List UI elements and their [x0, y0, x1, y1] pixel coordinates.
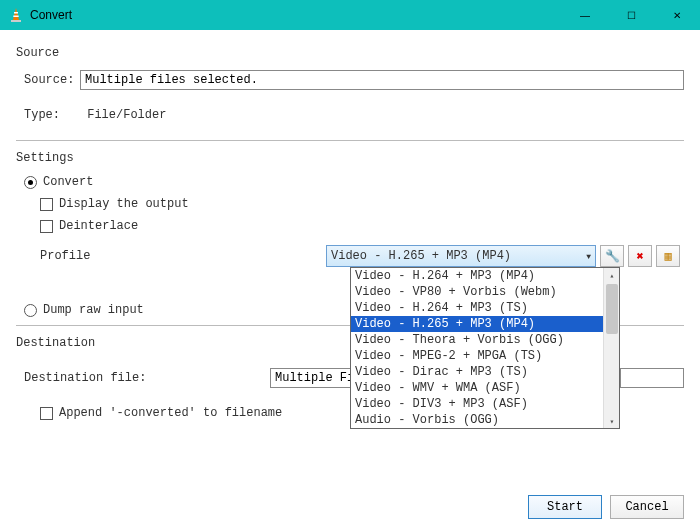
profile-dropdown-list[interactable]: Video - H.264 + MP3 (MP4) Video - VP80 +…	[350, 267, 620, 429]
profile-option[interactable]: Video - DIV3 + MP3 (ASF)	[351, 396, 619, 412]
dump-raw-label: Dump raw input	[43, 303, 144, 317]
profile-option[interactable]: Video - H.264 + MP3 (MP4)	[351, 268, 619, 284]
source-section-label: Source	[16, 46, 684, 60]
profile-option[interactable]: Audio - Vorbis (OGG)	[351, 412, 619, 428]
dump-raw-radio[interactable]	[24, 304, 37, 317]
chevron-down-icon: ▼	[586, 252, 591, 261]
profile-option[interactable]: Video - WMV + WMA (ASF)	[351, 380, 619, 396]
convert-radio-row[interactable]: Convert	[24, 175, 684, 189]
new-profile-icon: ▦	[664, 249, 671, 264]
profile-option[interactable]: Video - VP80 + Vorbis (Webm)	[351, 284, 619, 300]
display-output-label: Display the output	[59, 197, 189, 211]
deinterlace-row[interactable]: Deinterlace	[40, 219, 684, 233]
display-output-checkbox[interactable]	[40, 198, 53, 211]
scroll-up-icon[interactable]: ▴	[604, 268, 620, 282]
type-value: File/Folder	[87, 108, 166, 122]
cancel-button[interactable]: Cancel	[610, 495, 684, 519]
close-button[interactable]: ✕	[654, 0, 700, 30]
profile-option[interactable]: Video - H.265 + MP3 (MP4)	[351, 316, 619, 332]
title-bar: Convert ― ☐ ✕	[0, 0, 700, 30]
convert-radio[interactable]	[24, 176, 37, 189]
profile-selected-text: Video - H.265 + MP3 (MP4)	[331, 249, 511, 263]
profile-label: Profile	[40, 249, 326, 263]
profile-combobox[interactable]: Video - H.265 + MP3 (MP4) ▼	[326, 245, 596, 267]
append-converted-label: Append '-converted' to filename	[59, 406, 282, 420]
vlc-cone-icon	[8, 7, 24, 23]
wrench-icon: 🔧	[605, 249, 620, 264]
x-delete-icon: ✖	[636, 249, 643, 264]
delete-profile-button[interactable]: ✖	[628, 245, 652, 267]
dropdown-scrollbar[interactable]: ▴ ▾	[603, 268, 619, 428]
profile-option[interactable]: Video - Theora + Vorbis (OGG)	[351, 332, 619, 348]
display-output-row[interactable]: Display the output	[40, 197, 684, 211]
window-title: Convert	[30, 8, 562, 22]
source-input[interactable]	[80, 70, 684, 90]
settings-section-label: Settings	[16, 151, 684, 165]
destination-file-label: Destination file:	[24, 371, 270, 385]
type-label: Type:	[24, 108, 80, 122]
deinterlace-checkbox[interactable]	[40, 220, 53, 233]
profile-option[interactable]: Video - H.264 + MP3 (TS)	[351, 300, 619, 316]
convert-radio-label: Convert	[43, 175, 93, 189]
divider	[16, 140, 684, 141]
scroll-down-icon[interactable]: ▾	[604, 414, 620, 428]
minimize-button[interactable]: ―	[562, 0, 608, 30]
source-label: Source:	[24, 73, 80, 87]
deinterlace-label: Deinterlace	[59, 219, 138, 233]
svg-rect-3	[13, 16, 18, 18]
scroll-thumb[interactable]	[606, 284, 618, 334]
maximize-button[interactable]: ☐	[608, 0, 654, 30]
profile-option[interactable]: Video - Dirac + MP3 (TS)	[351, 364, 619, 380]
new-profile-button[interactable]: ▦	[656, 245, 680, 267]
edit-profile-button[interactable]: 🔧	[600, 245, 624, 267]
svg-marker-0	[13, 8, 19, 20]
svg-rect-1	[11, 20, 21, 22]
destination-browse-field[interactable]	[620, 368, 684, 388]
profile-option[interactable]: Video - MPEG-2 + MPGA (TS)	[351, 348, 619, 364]
start-button[interactable]: Start	[528, 495, 602, 519]
svg-rect-2	[14, 12, 18, 14]
append-converted-checkbox[interactable]	[40, 407, 53, 420]
